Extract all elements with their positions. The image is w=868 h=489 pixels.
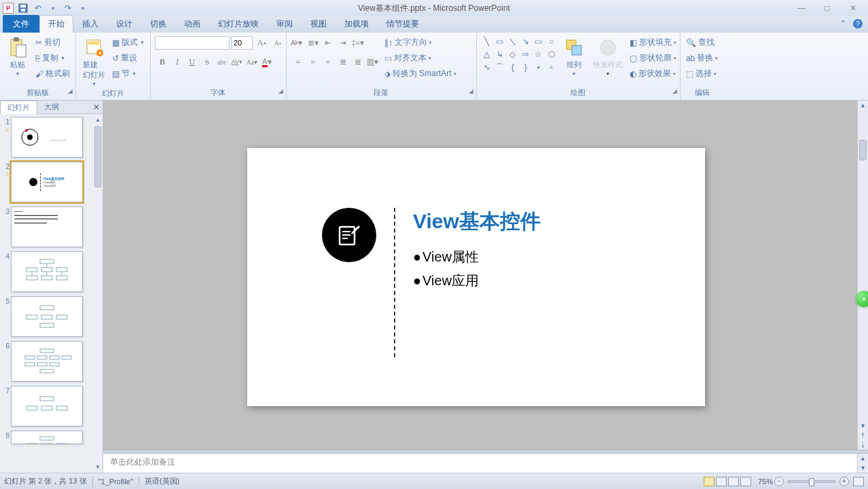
app-icon[interactable]: P (3, 3, 14, 14)
shape-effects-button[interactable]: ◐形状效果▾ (628, 67, 678, 81)
thumb-4[interactable]: 4 (1, 251, 101, 292)
tab-storyline[interactable]: 情节提要 (378, 15, 428, 33)
close-pane-button[interactable]: ✕ (93, 103, 100, 112)
shape-line2[interactable]: ＼ (507, 35, 519, 48)
zoom-slider[interactable] (788, 480, 835, 483)
language-indicator[interactable]: 英语(英国) (145, 476, 179, 486)
font-color-button[interactable]: A▾ (259, 54, 274, 69)
assistant-icon[interactable]: ● (856, 291, 868, 307)
shape-scroll[interactable]: ≡ (545, 61, 558, 73)
shape-more[interactable]: ▾ (532, 61, 545, 73)
minimize-ribbon-icon[interactable]: ⌃ (840, 19, 846, 29)
paste-button[interactable]: 粘贴 ▼ (4, 35, 31, 77)
prev-slide-button[interactable]: ⭱ (858, 431, 868, 440)
thumb-6[interactable]: 6 (1, 341, 101, 382)
thumb-3[interactable]: 3━━━━━━▬▬▬▬▬▬▬▬▬▬▬▬▬▬▬▬▬▬▬▬▬▬▬▬▬▬▬▬▬▬▬▬▬… (1, 206, 101, 247)
copy-button[interactable]: ⎘复制▼ (34, 51, 71, 65)
save-button[interactable] (18, 3, 29, 14)
font-size-select[interactable] (231, 36, 253, 50)
bold-button[interactable]: B (155, 54, 170, 69)
sorter-view-button[interactable] (716, 477, 727, 486)
layout-button[interactable]: ▦版式▼ (111, 35, 146, 50)
font-family-select[interactable] (155, 36, 230, 50)
shadow-button[interactable]: abc (215, 54, 230, 69)
zoom-out-button[interactable]: − (774, 477, 784, 486)
numbering-button[interactable]: ≣▾ (306, 35, 321, 50)
undo-button[interactable]: ↶ (33, 3, 43, 14)
shape-connector[interactable]: ↳ (494, 48, 506, 60)
align-text-button[interactable]: ▭对齐文本▾ (383, 51, 458, 65)
find-button[interactable]: 🔍查找 (685, 35, 719, 50)
cut-button[interactable]: ✂剪切 (34, 35, 71, 50)
scroll-down-button[interactable]: ▼ (858, 421, 868, 431)
tab-file[interactable]: 文件 (3, 15, 39, 33)
next-slide-button[interactable]: ⭳ (858, 440, 868, 450)
dialog-launcher-icon[interactable]: ◢ (469, 88, 473, 94)
minimize-button[interactable]: — (795, 3, 808, 13)
select-button[interactable]: ⬚选择▾ (685, 67, 719, 81)
slide-title[interactable]: View基本控件 (413, 208, 541, 236)
shape-hex[interactable]: ⬡ (545, 48, 558, 60)
tab-animations[interactable]: 动画 (175, 15, 209, 33)
thumbnail-list[interactable]: 1☆—————— 2☆View基本控件•View属性•View应用 3━━━━━… (0, 114, 103, 473)
tab-outline-thumbs[interactable]: 大纲 (37, 101, 66, 113)
new-slide-button[interactable]: ✦ 新建 幻灯片 ▼ (80, 35, 108, 88)
tab-view[interactable]: 视图 (302, 15, 336, 33)
maximize-button[interactable]: □ (820, 3, 834, 13)
qat-customize[interactable]: ▼ (77, 3, 88, 14)
shape-fill-button[interactable]: ◧形状填充▾ (628, 35, 678, 50)
shape-brace[interactable]: { (507, 61, 519, 73)
shape-diamond[interactable]: ◇ (507, 48, 519, 60)
reset-button[interactable]: ↺重设 (111, 51, 146, 65)
shape-brace2[interactable]: } (520, 61, 532, 73)
tab-home[interactable]: 开始 (39, 15, 73, 33)
thumb-1[interactable]: 1☆—————— (1, 117, 101, 158)
shape-rect2[interactable]: ▭ (532, 35, 545, 48)
tab-insert[interactable]: 插入 (73, 15, 107, 33)
shape-curve[interactable]: ∿ (481, 61, 493, 73)
thumb-2[interactable]: 2☆View基本控件•View属性•View应用 (1, 162, 101, 202)
shape-line[interactable]: ╲ (481, 35, 493, 48)
thumb-7[interactable]: 7 (1, 386, 101, 427)
align-left-button[interactable]: ≡ (291, 54, 306, 69)
dialog-launcher-icon[interactable]: ◢ (278, 88, 283, 94)
arrange-button[interactable]: 排列▼ (560, 35, 587, 77)
slide-canvas[interactable]: View基本控件 View属性 View应用 (247, 148, 705, 406)
tab-slides-thumbs[interactable]: 幻灯片 (0, 101, 37, 114)
close-button[interactable]: ✕ (846, 3, 860, 13)
columns-button[interactable]: ▥▾ (365, 54, 380, 69)
normal-view-button[interactable] (704, 477, 715, 486)
tab-slideshow[interactable]: 幻灯片放映 (209, 15, 268, 33)
indent-button[interactable]: ⇥ (336, 35, 350, 50)
italic-button[interactable]: I (170, 54, 185, 69)
justify-button[interactable]: ≣ (336, 54, 350, 69)
grow-font-button[interactable]: A▴ (254, 35, 269, 50)
align-center-button[interactable]: ≡ (306, 54, 321, 69)
shrink-font-button[interactable]: A▾ (270, 35, 285, 50)
slide-bullet-2[interactable]: View应用 (413, 272, 541, 290)
tab-review[interactable]: 审阅 (268, 15, 302, 33)
shape-oval[interactable]: ○ (545, 35, 558, 48)
quick-styles-button[interactable]: 快速样式▼ (590, 35, 626, 77)
reading-view-button[interactable] (728, 477, 739, 486)
slideshow-view-button[interactable] (740, 477, 751, 486)
help-icon[interactable]: ? (853, 19, 863, 29)
shape-arc[interactable]: ⌒ (494, 61, 506, 73)
outdent-button[interactable]: ⇤ (321, 35, 336, 50)
strike-button[interactable]: S (200, 54, 215, 69)
shape-star[interactable]: ☆ (532, 48, 545, 60)
shapes-gallery[interactable]: ╲▭＼↘▭○ △↳◇⇨☆⬡ ∿⌒{}▾≡ (481, 35, 558, 73)
distribute-button[interactable]: ≣ (350, 54, 365, 69)
thumb-scrollbar-handle[interactable] (94, 126, 101, 187)
redo-button[interactable]: ↷ (62, 3, 73, 14)
shape-outline-button[interactable]: ▢形状轮廓▾ (628, 51, 678, 65)
case-button[interactable]: Aa▾ (245, 54, 259, 69)
linespace-button[interactable]: ‡≡▾ (350, 35, 365, 50)
dialog-launcher-icon[interactable]: ◢ (672, 88, 677, 94)
format-painter-button[interactable]: 🖌格式刷 (34, 67, 71, 81)
section-button[interactable]: ▤节▼ (111, 67, 146, 81)
replace-button[interactable]: ab替换▾ (685, 51, 719, 65)
zoom-slider-handle[interactable] (809, 478, 814, 486)
smartart-button[interactable]: ⬗转换为 SmartArt▾ (383, 67, 458, 81)
shape-arrow[interactable]: ↘ (520, 35, 532, 48)
